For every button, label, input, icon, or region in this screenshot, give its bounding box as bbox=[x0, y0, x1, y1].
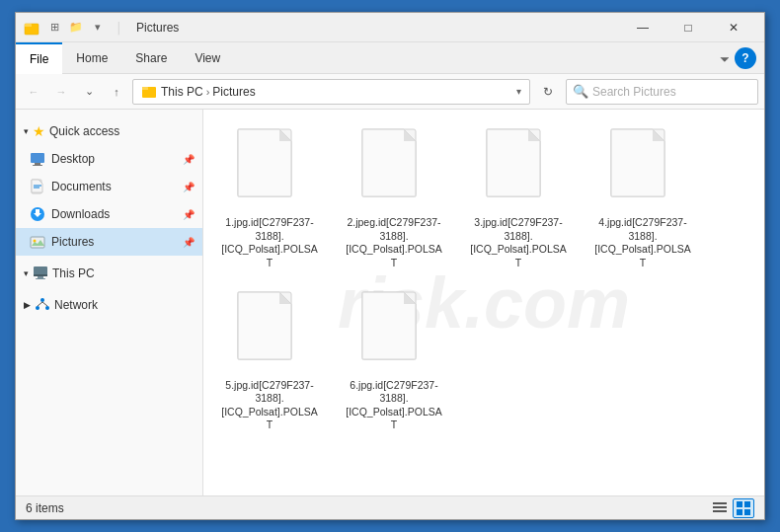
file-icon-2 bbox=[358, 127, 429, 214]
quick-access-star-icon: ★ bbox=[33, 123, 45, 139]
file-area: risk.com 1.jpg.id[C279F237-3188].[ICQ_Po… bbox=[203, 110, 764, 495]
back-button[interactable]: ← bbox=[22, 80, 45, 104]
pictures-label: Pictures bbox=[51, 235, 94, 249]
svg-point-19 bbox=[40, 298, 44, 302]
sidebar-item-downloads[interactable]: Downloads 📌 bbox=[16, 200, 202, 228]
menu-tab-home[interactable]: Home bbox=[62, 42, 121, 74]
list-view-button[interactable] bbox=[709, 498, 731, 518]
search-placeholder: Search Pictures bbox=[592, 85, 676, 99]
svg-rect-13 bbox=[31, 237, 44, 248]
svg-rect-16 bbox=[34, 274, 47, 276]
menu-bar-right: 🞃 ? bbox=[719, 47, 764, 69]
menu-bar: File Home Share View 🞃 ? bbox=[16, 42, 764, 74]
documents-label: Documents bbox=[51, 180, 112, 193]
menu-tab-share[interactable]: Share bbox=[121, 42, 181, 74]
sidebar-item-documents[interactable]: Documents 📌 bbox=[16, 173, 202, 200]
window-title: Pictures bbox=[136, 21, 620, 35]
title-bar: ⊞ 📁 ▾ │ Pictures — □ ✕ bbox=[16, 13, 764, 42]
qat-btn-2[interactable]: 📁 bbox=[67, 19, 85, 37]
this-pc-icon bbox=[33, 265, 48, 283]
quick-access-header[interactable]: ▾ ★ Quick access bbox=[16, 117, 202, 145]
file-icon-6 bbox=[358, 290, 429, 377]
path-sep-1: › bbox=[206, 86, 210, 98]
svg-rect-17 bbox=[38, 276, 43, 278]
documents-icon bbox=[30, 179, 45, 194]
forward-button[interactable]: → bbox=[49, 80, 73, 104]
close-button[interactable]: ✕ bbox=[711, 13, 756, 42]
svg-rect-1 bbox=[25, 24, 32, 27]
minimize-button[interactable]: — bbox=[620, 13, 665, 42]
status-bar: 6 items bbox=[16, 495, 764, 519]
refresh-button[interactable]: ↻ bbox=[534, 78, 562, 106]
file-name-4: 4.jpg.id[C279F237-3188].[ICQ_Polsat].POL… bbox=[592, 216, 693, 270]
svg-rect-5 bbox=[35, 163, 40, 165]
separator: │ bbox=[111, 19, 128, 37]
svg-point-21 bbox=[45, 306, 49, 310]
sidebar: ▾ ★ Quick access Desktop 📌 Documents 📌 bbox=[16, 110, 203, 495]
file-item-6[interactable]: 6.jpg.id[C279F237-3188].[ICQ_Polsat].POL… bbox=[340, 284, 448, 439]
file-item-5[interactable]: 5.jpg.id[C279F237-3188].[ICQ_Polsat].POL… bbox=[215, 284, 324, 439]
network-icon bbox=[35, 296, 50, 315]
search-box[interactable]: 🔍 Search Pictures bbox=[566, 79, 758, 105]
svg-rect-6 bbox=[33, 165, 42, 166]
this-pc-header[interactable]: ▾ This PC bbox=[16, 260, 202, 287]
svg-rect-42 bbox=[713, 502, 727, 504]
item-count: 6 items bbox=[26, 501, 64, 515]
file-item-4[interactable]: 4.jpg.id[C279F237-3188].[ICQ_Polsat].POL… bbox=[588, 121, 697, 276]
file-name-3: 3.jpg.id[C279F237-3188].[ICQ_Polsat].POL… bbox=[468, 216, 569, 270]
window-controls: — □ ✕ bbox=[620, 13, 756, 42]
up-button[interactable]: ↑ bbox=[105, 80, 128, 104]
quick-access-chevron: ▾ bbox=[24, 126, 29, 136]
file-item-3[interactable]: 3.jpg.id[C279F237-3188].[ICQ_Polsat].POL… bbox=[464, 121, 573, 276]
downloads-label: Downloads bbox=[51, 207, 110, 221]
address-bar: ← → ⌄ ↑ This PC › Pictures ▾ ↻ 🔍 Search … bbox=[16, 74, 764, 110]
ribbon-collapse-btn[interactable]: 🞃 bbox=[719, 51, 731, 65]
svg-rect-4 bbox=[31, 153, 44, 163]
svg-rect-43 bbox=[713, 506, 727, 508]
file-name-5: 5.jpg.id[C279F237-3188].[ICQ_Polsat].POL… bbox=[219, 379, 320, 433]
file-icon-5 bbox=[234, 290, 305, 377]
maximize-button[interactable]: □ bbox=[665, 13, 711, 42]
file-icon-3 bbox=[483, 127, 554, 214]
menu-tab-file[interactable]: File bbox=[16, 42, 62, 74]
svg-rect-3 bbox=[142, 87, 148, 90]
svg-line-22 bbox=[38, 302, 42, 306]
desktop-pin-icon: 📌 bbox=[183, 154, 195, 165]
desktop-label: Desktop bbox=[51, 152, 95, 166]
file-item-2[interactable]: 2.jpeg.id[C279F237-3188].[ICQ_Polsat].PO… bbox=[340, 121, 448, 276]
qat-dropdown[interactable]: ▾ bbox=[89, 19, 107, 37]
main-area: ▾ ★ Quick access Desktop 📌 Documents 📌 bbox=[16, 110, 764, 495]
downloads-icon bbox=[30, 206, 45, 222]
svg-rect-45 bbox=[737, 501, 742, 507]
svg-line-23 bbox=[42, 302, 47, 306]
address-path[interactable]: This PC › Pictures ▾ bbox=[132, 79, 530, 105]
path-dropdown-icon[interactable]: ▾ bbox=[516, 86, 521, 97]
network-label: Network bbox=[54, 298, 98, 312]
network-header[interactable]: ▶ Network bbox=[16, 291, 202, 319]
search-icon: 🔍 bbox=[573, 84, 588, 99]
documents-pin-icon: 📌 bbox=[183, 182, 195, 192]
sidebar-item-desktop[interactable]: Desktop 📌 bbox=[16, 145, 202, 173]
path-pictures[interactable]: Pictures bbox=[212, 85, 255, 99]
window-icon bbox=[24, 20, 39, 36]
path-this-pc[interactable]: This PC bbox=[161, 85, 203, 99]
recent-locations-button[interactable]: ⌄ bbox=[77, 80, 101, 104]
file-item-1[interactable]: 1.jpg.id[C279F237-3188].[ICQ_Polsat].POL… bbox=[215, 121, 324, 276]
explorer-window: ⊞ 📁 ▾ │ Pictures — □ ✕ File Home Share V… bbox=[15, 12, 765, 520]
grid-view-button[interactable] bbox=[733, 498, 754, 518]
desktop-icon bbox=[30, 151, 45, 167]
pictures-icon bbox=[30, 234, 45, 250]
menu-tab-view[interactable]: View bbox=[181, 42, 234, 74]
quick-access-toolbar: ⊞ 📁 ▾ │ bbox=[45, 19, 128, 37]
help-btn[interactable]: ? bbox=[735, 47, 756, 69]
sidebar-item-pictures[interactable]: Pictures 📌 bbox=[16, 228, 202, 256]
downloads-pin-icon: 📌 bbox=[183, 209, 195, 220]
file-name-1: 1.jpg.id[C279F237-3188].[ICQ_Polsat].POL… bbox=[219, 216, 320, 270]
pictures-pin-icon: 📌 bbox=[183, 237, 195, 248]
svg-rect-18 bbox=[36, 278, 45, 279]
this-pc-label: This PC bbox=[52, 266, 95, 280]
network-chevron: ▶ bbox=[24, 300, 31, 310]
qat-btn-1[interactable]: ⊞ bbox=[45, 19, 63, 37]
svg-point-20 bbox=[36, 306, 39, 310]
file-icon-1 bbox=[234, 127, 305, 214]
